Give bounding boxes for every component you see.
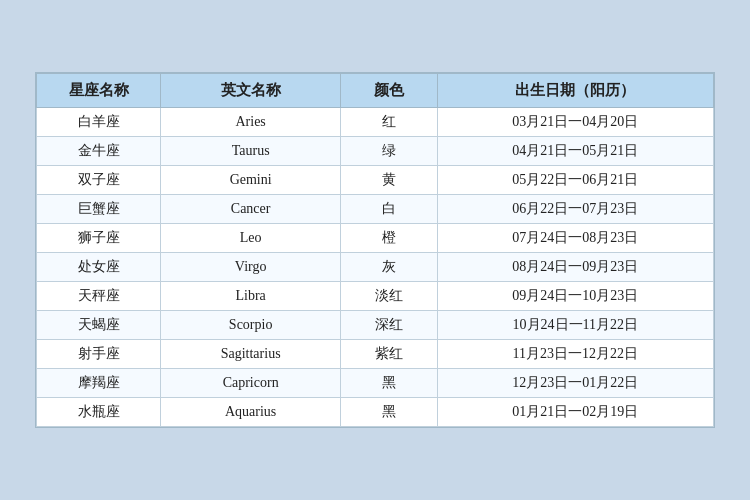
cell-date: 04月21日一05月21日 — [437, 137, 713, 166]
cell-color: 橙 — [340, 224, 437, 253]
cell-en: Scorpio — [161, 311, 341, 340]
cell-en: Aquarius — [161, 398, 341, 427]
cell-color: 黑 — [340, 398, 437, 427]
table-row: 天蝎座Scorpio深红10月24日一11月22日 — [37, 311, 714, 340]
cell-date: 10月24日一11月22日 — [437, 311, 713, 340]
cell-zh: 白羊座 — [37, 108, 161, 137]
table-row: 处女座Virgo灰08月24日一09月23日 — [37, 253, 714, 282]
cell-color: 黄 — [340, 166, 437, 195]
cell-zh: 天蝎座 — [37, 311, 161, 340]
cell-color: 红 — [340, 108, 437, 137]
table-row: 双子座Gemini黄05月22日一06月21日 — [37, 166, 714, 195]
cell-zh: 水瓶座 — [37, 398, 161, 427]
header-zh: 星座名称 — [37, 74, 161, 108]
cell-date: 11月23日一12月22日 — [437, 340, 713, 369]
cell-date: 12月23日一01月22日 — [437, 369, 713, 398]
cell-en: Cancer — [161, 195, 341, 224]
table-body: 白羊座Aries红03月21日一04月20日金牛座Taurus绿04月21日一0… — [37, 108, 714, 427]
cell-zh: 射手座 — [37, 340, 161, 369]
cell-date: 03月21日一04月20日 — [437, 108, 713, 137]
cell-en: Leo — [161, 224, 341, 253]
cell-color: 深红 — [340, 311, 437, 340]
cell-zh: 天秤座 — [37, 282, 161, 311]
table-row: 射手座Sagittarius紫红11月23日一12月22日 — [37, 340, 714, 369]
cell-date: 06月22日一07月23日 — [437, 195, 713, 224]
cell-date: 01月21日一02月19日 — [437, 398, 713, 427]
cell-color: 淡红 — [340, 282, 437, 311]
table-row: 金牛座Taurus绿04月21日一05月21日 — [37, 137, 714, 166]
cell-color: 紫红 — [340, 340, 437, 369]
cell-zh: 处女座 — [37, 253, 161, 282]
cell-color: 白 — [340, 195, 437, 224]
zodiac-table-wrapper: 星座名称 英文名称 颜色 出生日期（阳历） 白羊座Aries红03月21日一04… — [35, 72, 715, 428]
header-en: 英文名称 — [161, 74, 341, 108]
cell-en: Gemini — [161, 166, 341, 195]
cell-en: Sagittarius — [161, 340, 341, 369]
cell-zh: 巨蟹座 — [37, 195, 161, 224]
cell-en: Capricorn — [161, 369, 341, 398]
table-row: 天秤座Libra淡红09月24日一10月23日 — [37, 282, 714, 311]
table-row: 巨蟹座Cancer白06月22日一07月23日 — [37, 195, 714, 224]
header-color: 颜色 — [340, 74, 437, 108]
cell-color: 黑 — [340, 369, 437, 398]
cell-date: 09月24日一10月23日 — [437, 282, 713, 311]
table-row: 水瓶座Aquarius黑01月21日一02月19日 — [37, 398, 714, 427]
cell-zh: 狮子座 — [37, 224, 161, 253]
cell-en: Aries — [161, 108, 341, 137]
cell-date: 07月24日一08月23日 — [437, 224, 713, 253]
cell-en: Taurus — [161, 137, 341, 166]
cell-date: 05月22日一06月21日 — [437, 166, 713, 195]
cell-en: Virgo — [161, 253, 341, 282]
table-header-row: 星座名称 英文名称 颜色 出生日期（阳历） — [37, 74, 714, 108]
table-row: 狮子座Leo橙07月24日一08月23日 — [37, 224, 714, 253]
cell-color: 绿 — [340, 137, 437, 166]
zodiac-table: 星座名称 英文名称 颜色 出生日期（阳历） 白羊座Aries红03月21日一04… — [36, 73, 714, 427]
header-date: 出生日期（阳历） — [437, 74, 713, 108]
cell-zh: 双子座 — [37, 166, 161, 195]
cell-zh: 金牛座 — [37, 137, 161, 166]
table-row: 摩羯座Capricorn黑12月23日一01月22日 — [37, 369, 714, 398]
cell-color: 灰 — [340, 253, 437, 282]
table-row: 白羊座Aries红03月21日一04月20日 — [37, 108, 714, 137]
cell-zh: 摩羯座 — [37, 369, 161, 398]
cell-en: Libra — [161, 282, 341, 311]
cell-date: 08月24日一09月23日 — [437, 253, 713, 282]
